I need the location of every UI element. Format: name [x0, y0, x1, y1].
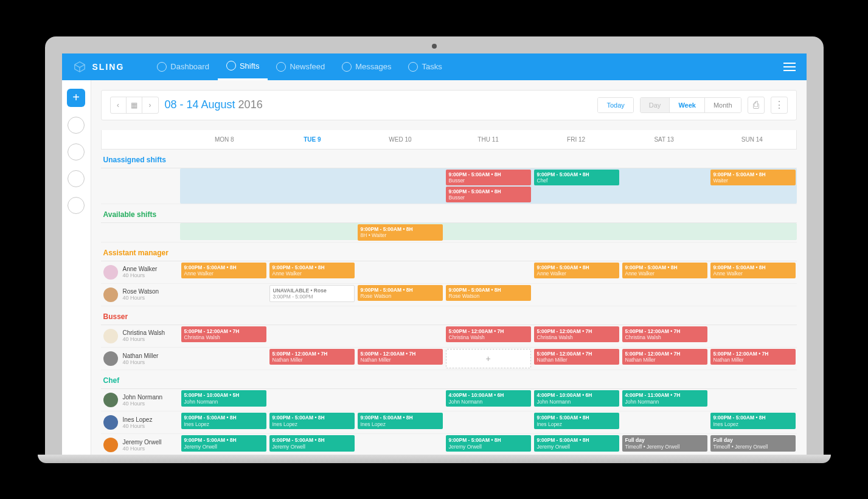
- shift-card[interactable]: 9:00PM - 5:00AM • 8HInes Lopez: [358, 413, 443, 428]
- schedule-cell[interactable]: [445, 261, 532, 283]
- shift-card[interactable]: 5:00PM - 12:00AM • 7HChristina Walsh: [181, 326, 266, 342]
- schedule-cell[interactable]: 5:00PM - 12:00AM • 7HChristina Walsh: [533, 325, 620, 347]
- menu-icon[interactable]: [783, 60, 796, 74]
- shift-card[interactable]: Full dayTimeoff • Jeremy Orwell: [622, 435, 707, 451]
- schedule-cell[interactable]: 9:00PM - 5:00AM • 8HJeremy Orwell: [268, 434, 356, 454]
- shift-card[interactable]: 4:00PM - 10:00AM • 6HJohn Normann: [534, 390, 619, 406]
- list-icon[interactable]: [68, 170, 85, 187]
- schedule-cell[interactable]: Full dayTimeoff • Jeremy Orwell: [621, 434, 709, 454]
- schedule-cell[interactable]: 9:00PM - 5:00AM • 8HInes Lopez: [533, 411, 620, 433]
- schedule-cell[interactable]: 9:00PM - 5:00AM • 8HRose Watson: [356, 284, 444, 306]
- shift-card[interactable]: 9:00PM - 5:00AM • 8HWaiter: [710, 170, 796, 185]
- schedule-cell[interactable]: Full dayTimeoff • Jeremy Orwell: [709, 434, 797, 454]
- schedule-cell[interactable]: [621, 411, 709, 433]
- shift-card[interactable]: 9:00PM - 5:00AM • 8HChef: [534, 170, 619, 185]
- shift-card[interactable]: 5:00PM - 12:00AM • 7HChristina Walsh: [534, 326, 619, 342]
- schedule-cell[interactable]: 9:00PM - 5:00AM • 8H8H • Waiter: [356, 223, 444, 241]
- schedule-cell[interactable]: 9:00PM - 5:00AM • 8HInes Lopez: [268, 411, 356, 433]
- schedule-cell[interactable]: [445, 223, 532, 241]
- schedule-cell[interactable]: 9:00PM - 5:00AM • 8HChef: [533, 168, 620, 204]
- schedule-cell[interactable]: 9:00PM - 5:00AM • 8HAnne Walker: [533, 261, 620, 283]
- shift-card[interactable]: 5:00PM - 12:00AM • 7HNathan Miller: [622, 349, 707, 365]
- schedule-cell[interactable]: [445, 411, 532, 433]
- schedule-cell[interactable]: [356, 261, 444, 283]
- next-arrow-icon[interactable]: ›: [142, 97, 158, 113]
- shift-card[interactable]: 9:00PM - 5:00AM • 8HInes Lopez: [534, 413, 619, 428]
- schedule-cell[interactable]: 4:00PM - 10:00AM • 6HJohn Normann: [445, 389, 532, 411]
- shift-card[interactable]: Full dayTimeoff • Jeremy Orwell: [710, 435, 796, 451]
- shift-card[interactable]: 5:00PM - 12:00AM • 7HNathan Miller: [358, 349, 443, 365]
- schedule-cell[interactable]: 9:00PM - 5:00AM • 8HInes Lopez: [180, 411, 268, 433]
- schedule-cell[interactable]: [621, 284, 709, 306]
- schedule-cell[interactable]: 4:00PM - 11:00AM • 7HJohn Normann: [621, 389, 709, 411]
- schedule-cell[interactable]: 9:00PM - 5:00AM • 8HWaiter: [709, 168, 797, 204]
- location-icon[interactable]: [68, 117, 85, 134]
- shift-card[interactable]: 5:00PM - 12:00AM • 7HNathan Miller: [269, 349, 355, 365]
- shift-card[interactable]: 4:00PM - 11:00AM • 7HJohn Normann: [622, 390, 707, 406]
- schedule-cell[interactable]: 9:00PM - 5:00AM • 8HBusser9:00PM - 5:00A…: [445, 168, 532, 204]
- shift-card[interactable]: 9:00PM - 5:00AM • 8H8H • Waiter: [358, 224, 443, 240]
- nav-newsfeed[interactable]: Newsfeed: [268, 53, 333, 80]
- shift-card[interactable]: 5:00PM - 12:00AM • 7HNathan Miller: [710, 349, 796, 365]
- schedule-cell[interactable]: [180, 168, 268, 204]
- shift-card[interactable]: 9:00PM - 5:00AM • 8HBusser: [446, 187, 531, 202]
- schedule-cell[interactable]: [180, 284, 268, 306]
- schedule-cell[interactable]: [268, 325, 356, 347]
- shift-card[interactable]: 5:00PM - 12:00AM • 7HNathan Miller: [534, 349, 619, 365]
- more-icon[interactable]: ⋮: [771, 97, 788, 114]
- shift-card[interactable]: 5:00PM - 10:00AM • 5HJohn Normann: [181, 390, 266, 406]
- schedule-cell[interactable]: [709, 389, 797, 411]
- settings-icon[interactable]: [68, 197, 85, 214]
- shift-card[interactable]: 9:00PM - 5:00AM • 8HJeremy Orwell: [181, 435, 266, 451]
- schedule-cell[interactable]: [180, 348, 268, 370]
- schedule-cell[interactable]: [268, 389, 356, 411]
- schedule-cell[interactable]: 9:00PM - 5:00AM • 8HAnne Walker: [268, 261, 356, 283]
- schedule-cell[interactable]: 9:00PM - 5:00AM • 8HJeremy Orwell: [533, 434, 620, 454]
- schedule-cell[interactable]: [356, 389, 444, 411]
- shift-card[interactable]: 9:00PM - 5:00AM • 8HJeremy Orwell: [269, 435, 355, 451]
- schedule-cell[interactable]: [709, 284, 797, 306]
- schedule-cell[interactable]: 5:00PM - 12:00AM • 7HNathan Miller: [356, 348, 444, 370]
- schedule-cell[interactable]: 9:00PM - 5:00AM • 8HAnne Walker: [709, 261, 797, 283]
- schedule-cell[interactable]: [533, 223, 620, 241]
- schedule-cell[interactable]: [709, 223, 797, 241]
- report-icon[interactable]: [68, 143, 85, 160]
- shift-card[interactable]: 9:00PM - 5:00AM • 8HBusser: [446, 170, 531, 185]
- schedule-cell[interactable]: [356, 168, 444, 204]
- schedule-cell[interactable]: [621, 168, 709, 204]
- schedule-cell[interactable]: 9:00PM - 5:00AM • 8HJeremy Orwell: [180, 434, 268, 454]
- shift-card[interactable]: 9:00PM - 5:00AM • 8HAnne Walker: [710, 263, 796, 278]
- shift-card[interactable]: 4:00PM - 10:00AM • 6HJohn Normann: [446, 390, 531, 406]
- add-button[interactable]: +: [67, 89, 85, 107]
- shift-card[interactable]: 9:00PM - 5:00AM • 8HJeremy Orwell: [446, 435, 531, 451]
- schedule-cell[interactable]: [268, 223, 356, 241]
- schedule-cell[interactable]: 9:00PM - 5:00AM • 8HRose Watson: [445, 284, 532, 306]
- shift-card[interactable]: 9:00PM - 5:00AM • 8HAnne Walker: [534, 263, 619, 278]
- schedule-cell[interactable]: 5:00PM - 12:00AM • 7HNathan Miller: [533, 348, 620, 370]
- schedule-cell[interactable]: 9:00PM - 5:00AM • 8HInes Lopez: [709, 411, 797, 433]
- schedule-cell[interactable]: 9:00PM - 5:00AM • 8HAnne Walker: [180, 261, 268, 283]
- schedule-cell[interactable]: 9:00PM - 5:00AM • 8HJeremy Orwell: [445, 434, 532, 454]
- schedule-cell[interactable]: 4:00PM - 10:00AM • 6HJohn Normann: [533, 389, 620, 411]
- schedule-cell[interactable]: 5:00PM - 10:00AM • 5HJohn Normann: [180, 389, 268, 411]
- schedule-cell[interactable]: UNAVAILABLE • Rose3:00PM - 5:00PM: [268, 284, 356, 306]
- print-icon[interactable]: ⎙: [748, 97, 765, 114]
- schedule-cell[interactable]: 5:00PM - 12:00AM • 7HChristina Walsh: [621, 325, 709, 347]
- schedule-cell[interactable]: 9:00PM - 5:00AM • 8HAnne Walker: [621, 261, 709, 283]
- nav-messages[interactable]: Messages: [333, 53, 400, 80]
- schedule-cell[interactable]: 5:00PM - 12:00AM • 7HChristina Walsh: [445, 325, 532, 347]
- schedule-cell[interactable]: [268, 168, 356, 204]
- schedule-cell[interactable]: [356, 325, 444, 347]
- schedule-cell[interactable]: 5:00PM - 12:00AM • 7HNathan Miller: [709, 348, 797, 370]
- view-month[interactable]: Month: [705, 98, 741, 112]
- add-shift-slot[interactable]: +: [446, 349, 531, 369]
- shift-card[interactable]: 9:00PM - 5:00AM • 8HAnne Walker: [181, 263, 266, 278]
- schedule-cell[interactable]: [356, 434, 444, 454]
- schedule-cell[interactable]: [533, 284, 620, 306]
- schedule-cell[interactable]: 9:00PM - 5:00AM • 8HInes Lopez: [356, 411, 444, 433]
- shift-card[interactable]: 9:00PM - 5:00AM • 8HJeremy Orwell: [534, 435, 619, 451]
- shift-card[interactable]: 5:00PM - 12:00AM • 7HChristina Walsh: [446, 326, 531, 342]
- grid-view-icon[interactable]: ▦: [127, 97, 142, 113]
- nav-dashboard[interactable]: Dashboard: [148, 53, 218, 80]
- schedule-cell[interactable]: +: [445, 348, 532, 370]
